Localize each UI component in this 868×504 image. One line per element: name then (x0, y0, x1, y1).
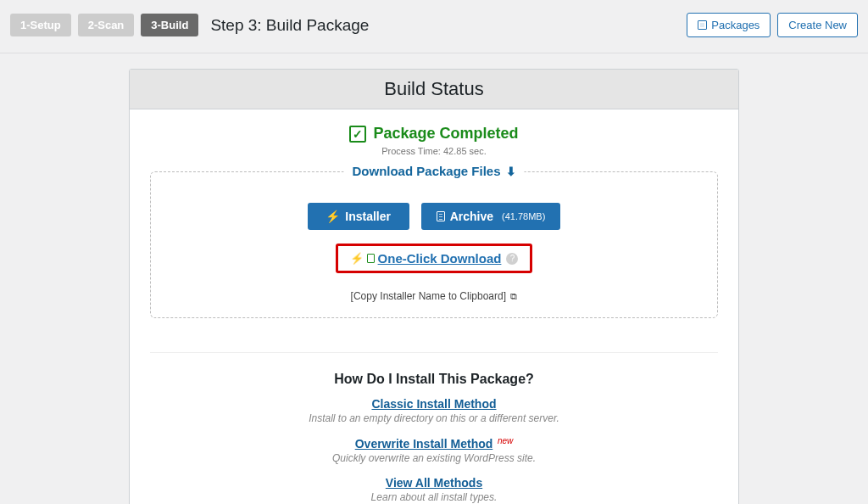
step-2-scan[interactable]: 2-Scan (78, 14, 135, 36)
install-heading: How Do I Install This Package? (150, 372, 718, 387)
step-3-build[interactable]: 3-Build (141, 14, 198, 36)
archive-icon (437, 211, 445, 221)
clipboard-icon: ⧉ (510, 291, 517, 301)
one-click-download-link[interactable]: One-Click Download (378, 251, 502, 266)
download-heading: Download Package Files ⬇ (343, 164, 524, 178)
panel-title: Build Status (130, 70, 738, 109)
status-completed: ✓ Package Completed (349, 125, 518, 143)
view-all-methods-link[interactable]: View All Methods (386, 476, 482, 490)
view-all-methods-desc: Learn about all install types. (150, 491, 718, 503)
one-click-highlight: ⚡ One-Click Download ? (336, 244, 533, 273)
bolt-icon: ⚡ (326, 210, 340, 223)
page-title: Step 3: Build Package (210, 16, 369, 35)
file-icon (367, 254, 375, 263)
packages-button[interactable]: Packages (687, 13, 771, 37)
process-time: Process Time: 42.85 sec. (150, 146, 718, 156)
archive-button[interactable]: Archive (41.78MB) (421, 203, 561, 230)
overwrite-install-desc: Quickly overwrite an existing WordPress … (150, 452, 718, 464)
packages-label: Packages (711, 19, 760, 31)
copy-installer-name-link[interactable]: [Copy Installer Name to Clipboard] ⧉ (351, 290, 518, 302)
archive-size: (41.78MB) (502, 211, 545, 221)
overwrite-install-link[interactable]: Overwrite Install Method (355, 437, 493, 451)
new-badge: new (498, 436, 513, 445)
check-icon: ✓ (349, 126, 366, 143)
step-breadcrumb: 1-Setup 2-Scan 3-Build Step 3: Build Pac… (10, 14, 369, 36)
classic-install-link[interactable]: Classic Install Method (371, 397, 496, 411)
classic-install-desc: Install to an empty directory on this or… (150, 412, 718, 424)
status-text: Package Completed (373, 125, 518, 143)
step-1-setup[interactable]: 1-Setup (10, 14, 71, 36)
installer-button[interactable]: ⚡ Installer (308, 203, 409, 230)
download-section: Download Package Files ⬇ ⚡ Installer Arc… (150, 171, 718, 318)
create-new-button[interactable]: Create New (777, 13, 858, 37)
install-help-section: How Do I Install This Package? Classic I… (150, 372, 718, 504)
bolt-icon: ⚡ (350, 252, 364, 265)
download-icon: ⬇ (506, 165, 516, 178)
build-status-panel: Build Status ✓ Package Completed Process… (129, 69, 739, 504)
divider (150, 352, 718, 353)
help-icon[interactable]: ? (506, 253, 518, 265)
packages-icon (698, 20, 707, 30)
